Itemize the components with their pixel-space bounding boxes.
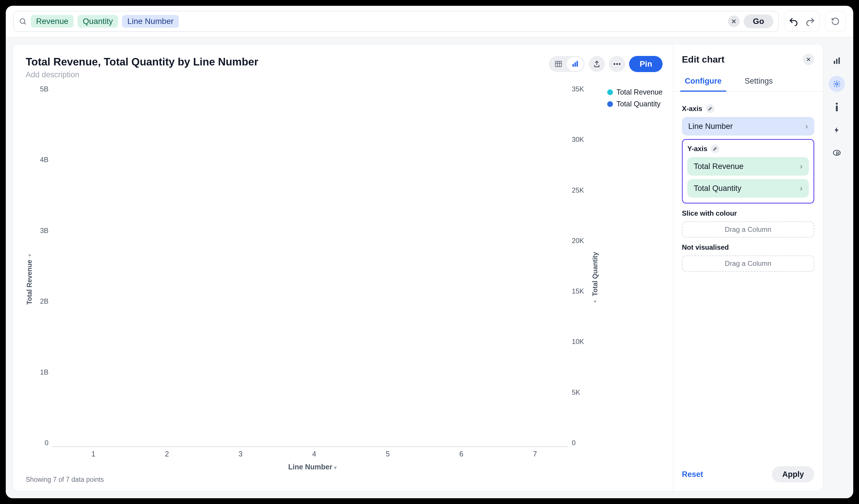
chevron-right-icon: ›: [800, 184, 802, 193]
rail-r-icon[interactable]: R: [829, 145, 845, 161]
not-visualised-dropzone[interactable]: Drag a Column: [682, 256, 814, 272]
chart-actions: Pin: [549, 56, 663, 72]
left-y-ticks: 5B 4B 3B 2B 1B 0: [35, 85, 52, 447]
app-window: Revenue Quantity Line Number Go: [6, 6, 853, 498]
top-bar: Revenue Quantity Line Number Go: [6, 6, 853, 37]
left-axis-caret-icon: ▸: [29, 252, 31, 258]
svg-rect-21: [836, 106, 838, 111]
svg-rect-10: [577, 61, 578, 67]
chevron-right-icon: ›: [800, 162, 802, 171]
chart-canvas: ▸ Total Revenue 5B 4B 3B 2B 1B: [26, 85, 663, 471]
chart-header: Total Revenue, Total Quantity by Line Nu…: [26, 56, 663, 79]
chart-title: Total Revenue, Total Quantity by Line Nu…: [26, 56, 258, 68]
y-axis-highlight-box: Y-axis Total Revenue › Total Quantity: [682, 139, 814, 203]
tab-settings[interactable]: Settings: [742, 72, 776, 91]
edit-panel-title: Edit chart: [682, 54, 725, 65]
svg-point-13: [619, 63, 620, 65]
not-visualised-section-label: Not visualised: [682, 243, 814, 251]
edit-chart-panel: Edit chart Configure Settings X-axis: [673, 44, 823, 491]
reset-button[interactable]: Reset: [682, 470, 703, 479]
edit-panel-tabs: Configure Settings: [673, 72, 823, 92]
x-ticks: 1 2 3 4 5 6 7: [35, 447, 590, 458]
right-axis-caret-icon: ◂: [593, 298, 596, 304]
svg-rect-16: [834, 61, 835, 64]
legend-item-revenue[interactable]: Total Revenue: [607, 88, 663, 96]
plot[interactable]: [52, 85, 568, 447]
legend-item-quantity[interactable]: Total Quantity: [607, 100, 663, 108]
y-axis-chip-total-quantity[interactable]: Total Quantity ›: [688, 179, 809, 198]
clear-search-button[interactable]: [728, 16, 740, 27]
rail-settings-icon[interactable]: [829, 76, 845, 92]
svg-point-0: [20, 19, 25, 24]
rail-lightning-icon[interactable]: [829, 122, 845, 138]
svg-rect-18: [839, 57, 840, 64]
svg-rect-4: [556, 61, 562, 67]
search-token-revenue[interactable]: Revenue: [31, 15, 74, 28]
export-button[interactable]: [589, 56, 605, 72]
slice-section-label: Slice with colour: [682, 209, 814, 217]
tab-configure[interactable]: Configure: [682, 72, 725, 91]
svg-rect-17: [836, 59, 838, 64]
pin-button[interactable]: Pin: [629, 56, 663, 72]
x-axis-section-label: X-axis: [682, 104, 814, 113]
redo-button[interactable]: [805, 17, 815, 26]
edit-y-axis-button[interactable]: [711, 144, 719, 153]
svg-point-11: [614, 63, 615, 65]
chart-area: Total Revenue, Total Quantity by Line Nu…: [13, 44, 673, 491]
chart-description-placeholder[interactable]: Add description: [26, 70, 258, 79]
search-icon: [19, 17, 27, 25]
refresh-button[interactable]: [825, 11, 846, 32]
slice-dropzone[interactable]: Drag a Column: [682, 222, 814, 238]
chevron-right-icon: ›: [805, 122, 808, 131]
apply-button[interactable]: Apply: [772, 466, 814, 483]
y-axis-chip-total-revenue[interactable]: Total Revenue ›: [688, 157, 809, 175]
main-card: Total Revenue, Total Quantity by Line Nu…: [13, 44, 823, 491]
search-bar[interactable]: Revenue Quantity Line Number Go: [13, 11, 779, 32]
right-y-axis-label: Total Quantity: [591, 252, 599, 296]
left-y-axis-label: Total Revenue: [26, 260, 33, 305]
view-toggle: [549, 56, 585, 72]
search-token-line-number[interactable]: Line Number: [122, 15, 179, 28]
history-controls: [784, 11, 820, 32]
svg-point-12: [616, 63, 618, 65]
close-panel-button[interactable]: [803, 54, 814, 65]
more-button[interactable]: [609, 56, 625, 72]
svg-rect-9: [575, 62, 576, 66]
legend: Total Revenue Total Quantity: [607, 88, 663, 471]
y-axis-section-label: Y-axis: [688, 144, 809, 153]
footer-note: Showing 7 of 7 data points: [26, 476, 663, 484]
rail-chart-icon[interactable]: [829, 53, 845, 69]
right-y-ticks: 35K 30K 25K 20K 15K 10K 5K 0: [568, 85, 590, 447]
svg-rect-8: [573, 64, 574, 66]
search-token-quantity[interactable]: Quantity: [78, 15, 118, 28]
svg-point-20: [836, 103, 838, 105]
svg-point-19: [835, 83, 838, 85]
x-axis-chip-line-number[interactable]: Line Number ›: [682, 117, 814, 136]
svg-line-1: [24, 23, 26, 25]
table-view-toggle[interactable]: [550, 57, 567, 71]
chevron-down-icon: ▾: [334, 465, 337, 471]
rail-info-icon[interactable]: [829, 99, 845, 115]
edit-x-axis-button[interactable]: [706, 104, 714, 113]
x-axis-label: Line Number▾: [35, 463, 590, 471]
right-rail: R: [823, 44, 846, 491]
legend-swatch-quantity: [607, 101, 613, 107]
svg-text:R: R: [836, 151, 839, 156]
chart-view-toggle[interactable]: [567, 57, 584, 71]
legend-swatch-revenue: [607, 89, 613, 95]
undo-button[interactable]: [789, 17, 798, 26]
body: Total Revenue, Total Quantity by Line Nu…: [6, 37, 853, 498]
go-button[interactable]: Go: [744, 14, 773, 28]
